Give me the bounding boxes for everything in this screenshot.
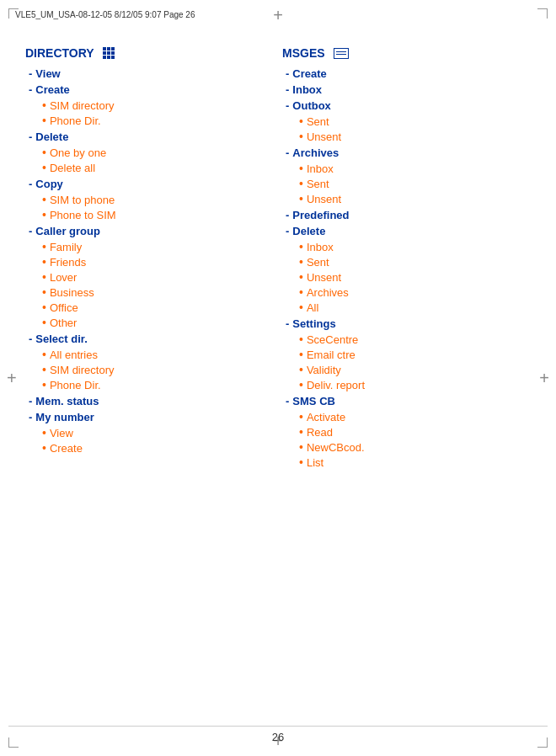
dir-caller-group: Caller group [29, 224, 274, 238]
list-item: Mem. status [29, 394, 274, 408]
msg-inbox: Inbox [286, 83, 531, 97]
list-item: Settings SceCentre Email ctre Validity D… [286, 317, 531, 392]
list-item: Sent [299, 254, 531, 269]
list-item: Activate [299, 409, 531, 424]
list-item: View [42, 425, 274, 440]
dir-my-number-children: View Create [29, 425, 274, 455]
message-icon [334, 48, 349, 59]
dir-select-dir: Select dir. [29, 332, 274, 346]
list-item: List [299, 455, 531, 470]
msges-title-text: MSGES [282, 46, 325, 60]
bottom-left-corner [8, 737, 19, 748]
list-item: Copy SIM to phone Phone to SIM [29, 177, 274, 222]
list-item: Caller group Family Friends Lover Busine… [29, 224, 274, 330]
list-item: Inbox [286, 83, 531, 97]
list-item: Delete Inbox Sent Unsent Archives All [286, 224, 531, 315]
crosshair-top: + [273, 7, 283, 24]
list-item: Unsent [299, 191, 531, 206]
list-item: Sent [299, 114, 531, 129]
list-item: SIM directory [42, 362, 274, 377]
dir-view: View [29, 67, 274, 81]
list-item: Office [42, 300, 274, 315]
grid-icon [103, 47, 115, 59]
list-item: Phone Dir. [42, 377, 274, 392]
list-item: Read [299, 424, 531, 439]
list-item: Phone to SIM [42, 207, 274, 222]
msg-sms-cb-children: Activate Read NewCBcod. List [286, 409, 531, 470]
msg-sms-cb: SMS CB [286, 394, 531, 408]
list-item: Other [42, 315, 274, 330]
dir-caller-group-children: Family Friends Lover Business Office Oth… [29, 239, 274, 330]
msg-predefined: Predefined [286, 208, 531, 222]
list-item: Lover [42, 269, 274, 285]
directory-title: DIRECTORY [25, 46, 274, 60]
list-item: Friends [42, 254, 274, 269]
list-item: Inbox [299, 161, 531, 176]
list-item: Inbox [299, 239, 531, 254]
crosshair-left: + [7, 370, 17, 386]
dir-mem-status: Mem. status [29, 394, 274, 408]
list-item: Email ctre [299, 347, 531, 362]
directory-column: DIRECTORY View Create SIM directory [25, 46, 282, 705]
list-item: SMS CB Activate Read NewCBcod. List [286, 394, 531, 470]
footer-line [8, 726, 548, 727]
list-item: Create [286, 67, 531, 81]
list-item: Select dir. All entries SIM directory Ph… [29, 332, 274, 392]
dir-my-number: My number [29, 410, 274, 424]
list-item: My number View Create [29, 410, 274, 455]
list-item: NewCBcod. [299, 439, 531, 455]
list-item: Deliv. report [299, 377, 531, 392]
list-item: Create [42, 440, 274, 455]
list-item: Archives [299, 285, 531, 300]
bottom-right-corner [537, 737, 548, 748]
list-item: All [299, 300, 531, 315]
msg-outbox-children: Sent Unsent [286, 114, 531, 144]
list-item: Delete all [42, 160, 274, 175]
top-left-corner [8, 8, 19, 19]
msges-list: Create Inbox Outbox Sent Unsent [282, 67, 531, 470]
msg-settings-children: SceCentre Email ctre Validity Deliv. rep… [286, 332, 531, 392]
dir-select-children: All entries SIM directory Phone Dir. [29, 347, 274, 392]
header-text: VLE5_UM_USA-08-12-05 8/12/05 9:07 Page 2… [15, 10, 195, 19]
list-item: One by one [42, 145, 274, 160]
list-item: SceCentre [299, 332, 531, 347]
list-item: Sent [299, 176, 531, 191]
msg-delete: Delete [286, 224, 531, 238]
list-item: Archives Inbox Sent Unsent [286, 146, 531, 206]
list-item: All entries [42, 347, 274, 362]
directory-title-text: DIRECTORY [25, 46, 94, 60]
list-item: Validity [299, 362, 531, 377]
msg-archives: Archives [286, 146, 531, 160]
list-item: Phone Dir. [42, 113, 274, 128]
dir-copy-children: SIM to phone Phone to SIM [29, 192, 274, 222]
list-item: Unsent [299, 269, 531, 285]
dir-delete: Delete [29, 130, 274, 144]
content-area: DIRECTORY View Create SIM directory [25, 46, 539, 705]
page-number: 26 [272, 731, 284, 743]
msg-archives-children: Inbox Sent Unsent [286, 161, 531, 206]
list-item: Family [42, 239, 274, 254]
list-item: View [29, 67, 274, 81]
msg-outbox: Outbox [286, 98, 531, 113]
dir-copy: Copy [29, 177, 274, 191]
msg-create: Create [286, 67, 531, 81]
list-item: Delete One by one Delete all [29, 130, 274, 175]
top-right-corner [537, 8, 548, 19]
msges-column: MSGES Create Inbox Outbox [282, 46, 539, 705]
crosshair-right: + [539, 370, 549, 386]
msg-settings: Settings [286, 317, 531, 331]
msg-delete-children: Inbox Sent Unsent Archives All [286, 239, 531, 315]
directory-list: View Create SIM directory Phone Dir. Del… [25, 67, 274, 455]
list-item: Unsent [299, 129, 531, 144]
dir-create-children: SIM directory Phone Dir. [29, 98, 274, 128]
list-item: SIM to phone [42, 192, 274, 207]
msges-title: MSGES [282, 46, 531, 60]
list-item: SIM directory [42, 98, 274, 113]
list-item: Create SIM directory Phone Dir. [29, 83, 274, 128]
list-item: Outbox Sent Unsent [286, 98, 531, 144]
dir-delete-children: One by one Delete all [29, 145, 274, 175]
list-item: Business [42, 285, 274, 300]
list-item: Predefined [286, 208, 531, 222]
dir-create: Create [29, 83, 274, 97]
